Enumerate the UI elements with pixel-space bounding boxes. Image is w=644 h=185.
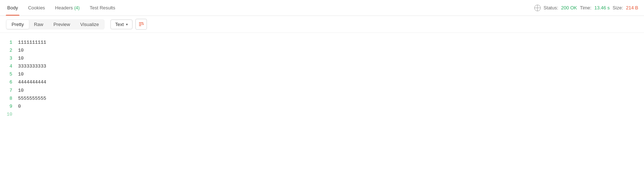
- globe-icon: [534, 5, 541, 11]
- tab-headers-label: Headers: [55, 5, 73, 10]
- code-lines: 1111111111101033333333331044444444441055…: [18, 39, 644, 119]
- line-number: 5: [6, 70, 12, 78]
- time-value: 13.46 s: [594, 5, 610, 10]
- format-tab-visualize[interactable]: Visualize: [75, 20, 104, 29]
- status-label: Status:: [544, 5, 558, 10]
- line-number: 8: [6, 95, 12, 103]
- headers-badge: (4): [74, 5, 80, 10]
- tab-cookies-label: Cookies: [28, 5, 45, 10]
- tab-cookies[interactable]: Cookies: [27, 0, 47, 16]
- format-tab-preview[interactable]: Preview: [48, 20, 75, 29]
- code-line: 10: [18, 87, 644, 95]
- line-number: 3: [6, 55, 12, 63]
- tab-test-results-label: Test Results: [90, 5, 115, 10]
- code-line: 10: [18, 70, 644, 78]
- code-line: 3333333333: [18, 63, 644, 70]
- tab-headers[interactable]: Headers (4): [54, 0, 81, 16]
- status-value: 200 OK: [561, 5, 577, 10]
- line-numbers: 12345678910: [0, 39, 18, 119]
- text-dropdown[interactable]: Text ▾: [110, 20, 132, 29]
- line-number: 10: [6, 111, 12, 119]
- line-number: 9: [6, 103, 12, 111]
- format-tabs: Pretty Raw Preview Visualize: [6, 19, 105, 30]
- format-tab-raw[interactable]: Raw: [29, 20, 48, 29]
- tab-body-label: Body: [7, 5, 18, 10]
- status-section: Status: 200 OK Time: 13.46 s Size: 214 B: [534, 5, 638, 11]
- chevron-down-icon: ▾: [126, 22, 128, 26]
- line-number: 1: [6, 39, 12, 47]
- size-label: Size:: [613, 5, 623, 10]
- size-value: 214 B: [626, 5, 638, 10]
- code-line: 10: [18, 47, 644, 55]
- code-line: 0: [18, 103, 644, 111]
- code-line: 10: [18, 55, 644, 63]
- content-area: 12345678910 1111111111101033333333331044…: [0, 33, 644, 124]
- tab-body[interactable]: Body: [6, 0, 19, 16]
- format-tab-pretty[interactable]: Pretty: [6, 20, 29, 29]
- top-bar: Body Cookies Headers (4) Test Results St…: [0, 0, 644, 16]
- tabs: Body Cookies Headers (4) Test Results: [6, 0, 117, 16]
- wrap-button[interactable]: [135, 19, 147, 30]
- wrap-lines-icon: [138, 21, 144, 27]
- time-label: Time:: [580, 5, 591, 10]
- code-line: 4444444444: [18, 78, 644, 86]
- line-number: 7: [6, 87, 12, 95]
- line-number: 6: [6, 78, 12, 86]
- tab-test-results[interactable]: Test Results: [88, 0, 117, 16]
- text-dropdown-label: Text: [115, 22, 124, 27]
- toolbar: Pretty Raw Preview Visualize Text ▾: [0, 16, 644, 33]
- line-number: 4: [6, 63, 12, 70]
- code-line: 5555555555: [18, 95, 644, 103]
- code-line: 1111111111: [18, 39, 644, 47]
- line-number: 2: [6, 47, 12, 55]
